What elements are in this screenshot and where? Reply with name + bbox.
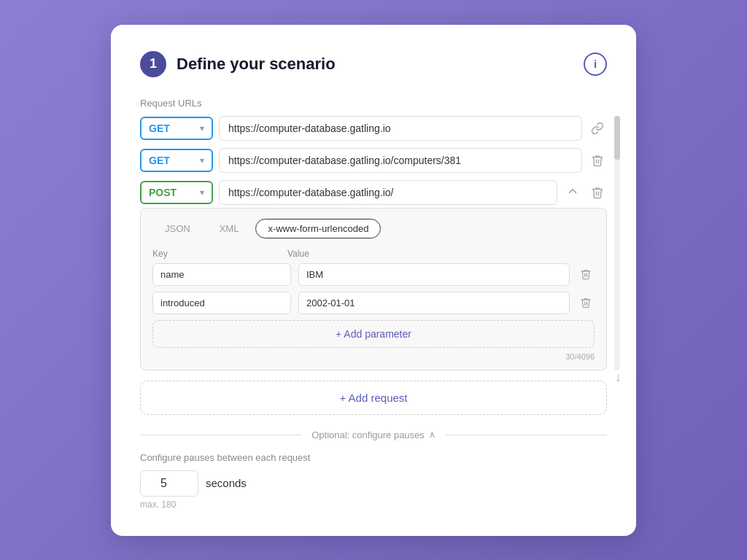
info-icon[interactable]: i	[584, 52, 607, 76]
main-card: 1 Define your scenario i Request URLs GE…	[111, 25, 636, 536]
pauses-label: Configure pauses between each request	[140, 452, 607, 463]
max-label: max. 180	[140, 499, 607, 510]
url-input-2[interactable]	[219, 148, 582, 173]
tab-json[interactable]: JSON	[152, 219, 203, 238]
trash-icon	[591, 154, 604, 167]
char-count: 30/4096	[152, 352, 595, 361]
card-header: 1 Define your scenario i	[140, 51, 607, 77]
chevron-up-icon[interactable]: ∧	[429, 429, 436, 440]
divider-line-left	[140, 435, 301, 435]
header-left: 1 Define your scenario	[140, 51, 336, 77]
chevron-down-icon: ▾	[200, 187, 204, 198]
method-label: GET	[149, 122, 170, 134]
divider-label: Optional: configure pauses ∧	[311, 429, 436, 440]
optional-pauses-text: Optional: configure pauses	[311, 429, 425, 440]
collapse-panel-button[interactable]	[563, 182, 582, 203]
request-row: GET ▾	[140, 148, 607, 173]
delete-button-3[interactable]	[588, 183, 607, 202]
scroll-thumb[interactable]	[614, 116, 620, 160]
delete-button-2[interactable]	[588, 151, 607, 170]
param-key-2[interactable]	[152, 292, 291, 314]
tab-x-www-form-urlencoded[interactable]: x-www-form-urlencoded	[255, 219, 381, 238]
param-row-2	[152, 292, 595, 314]
param-row-1	[152, 263, 595, 286]
pause-row: seconds	[140, 470, 607, 497]
link-icon	[591, 122, 604, 135]
tab-xml[interactable]: XML	[207, 219, 252, 238]
request-row: GET ▾	[140, 116, 607, 141]
delete-param-2-button[interactable]	[577, 294, 595, 311]
method-select-post[interactable]: POST ▾	[140, 181, 213, 204]
url-input-3[interactable]	[219, 180, 557, 205]
trash-icon	[580, 297, 592, 308]
chevron-up-icon	[566, 184, 579, 198]
param-value-2[interactable]	[298, 292, 570, 314]
request-list-scroll-area: GET ▾ GET ▾	[140, 116, 607, 370]
chevron-down-icon: ▾	[200, 155, 204, 166]
trash-icon	[591, 186, 604, 199]
param-value-1[interactable]	[298, 263, 570, 286]
post-row-container: POST ▾	[140, 180, 607, 370]
pause-value-input[interactable]	[140, 470, 198, 497]
request-urls-label: Request URLs	[140, 98, 607, 109]
method-label-post: POST	[149, 187, 177, 198]
method-select-get-1[interactable]: GET ▾	[140, 117, 213, 140]
method-label: GET	[149, 155, 170, 166]
delete-param-1-button[interactable]	[577, 265, 595, 283]
pause-unit-label: seconds	[206, 477, 247, 489]
request-list: GET ▾ GET ▾	[140, 116, 607, 370]
divider-line-right	[446, 435, 607, 435]
param-key-1[interactable]	[152, 263, 291, 286]
post-body-panel: JSON XML x-www-form-urlencoded Key Value	[140, 208, 607, 370]
add-request-button[interactable]: + Add request	[140, 381, 607, 415]
kv-header: Key Value	[152, 249, 595, 259]
method-select-get-2[interactable]: GET ▾	[140, 149, 213, 172]
trash-icon	[580, 268, 592, 280]
link-icon-button[interactable]	[588, 119, 607, 138]
scroll-arrow-down-icon: ↓	[615, 370, 622, 385]
url-input-1[interactable]	[219, 116, 582, 141]
page-title: Define your scenario	[177, 55, 336, 74]
key-column-header: Key	[152, 249, 280, 259]
chevron-down-icon: ▾	[200, 123, 204, 133]
add-request-label: + Add request	[340, 392, 408, 404]
add-param-label: + Add parameter	[336, 328, 411, 340]
post-request-row: POST ▾	[140, 180, 607, 205]
configure-pauses-divider: Optional: configure pauses ∧	[140, 429, 607, 440]
step-badge: 1	[140, 51, 166, 77]
body-type-tabs: JSON XML x-www-form-urlencoded	[152, 219, 595, 238]
value-column-header: Value	[287, 249, 595, 259]
add-parameter-button[interactable]: + Add parameter	[152, 320, 595, 348]
